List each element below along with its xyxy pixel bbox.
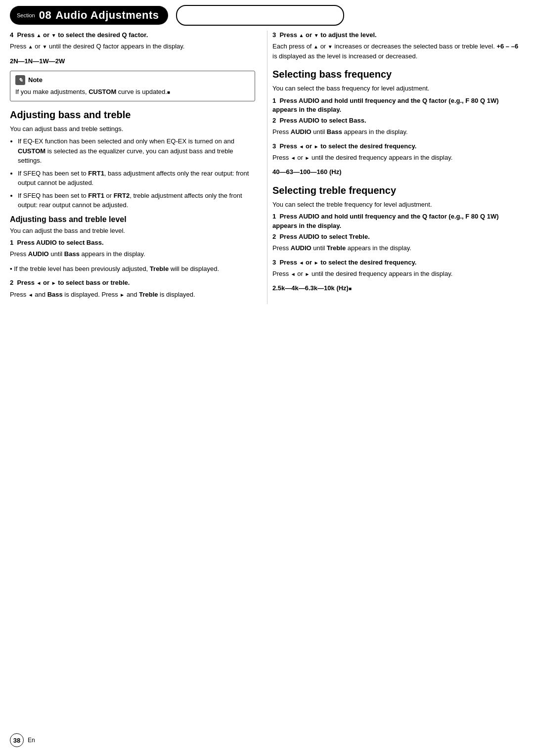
tri-down-icon2 [43,43,47,50]
tri-left-icon4 [291,154,296,161]
rstep2-heading: 2 Press AUDIO to select Bass. [272,116,524,125]
tri-up-icon [37,31,42,39]
rstep2-body: Press AUDIO until Bass appears in the di… [272,127,524,137]
lstep1-body: Press AUDIO until Bass appears in the di… [10,249,255,259]
tri-right-icon6 [305,270,310,277]
tri-right-icon [51,279,56,286]
note-label: Note [28,75,43,85]
footer: 38 En [10,733,35,747]
bullet-item-2: If SFEQ has been set to FRT1, bass adjus… [18,169,255,188]
step4-heading-text: to select the desired Q factor. [58,31,148,39]
tri-right-icon3 [314,142,319,150]
rstep3c-heading: 3 Press or to select the desired frequen… [272,258,524,267]
header-right-box [176,5,344,26]
bullet-list: If EQ-EX function has been selected and … [18,136,255,210]
rstep3c-body: Press or until the desired frequency app… [272,269,524,279]
note-icon: ✎ [15,75,25,85]
step4-heading: 4 Press or to select the desired Q facto… [10,31,255,40]
tri-left-icon5 [299,259,304,266]
rstep1b-heading: 1 Press AUDIO and hold until frequency a… [272,212,524,230]
lstep2-heading: 2 Press or to select bass or treble. [10,278,255,287]
sub1-intro: You can adjust the bass and treble level… [10,226,255,236]
rstep3c-sequence: 2.5k—4k—6.3k—10k (Hz) [272,283,524,293]
tri-up-icon2 [28,43,33,50]
rstep2b-heading: 2 Press AUDIO to select Treble. [272,232,524,241]
section2-title: Selecting bass frequency [272,68,524,81]
rstep3b-sequence: 40—63—100—160 (Hz) [272,167,524,177]
section2-intro: You can select the bass frequency for le… [272,84,524,93]
rstep3-body: Each press of or increases or decreases … [272,42,524,61]
rstep3b-body: Press or until the desired frequency app… [272,153,524,163]
tri-left-icon6 [291,270,296,277]
tri-up-icon4 [313,43,318,50]
section3-title: Selecting treble frequency [272,184,524,197]
rstep3-heading: 3 Press or to adjust the level. [272,31,524,40]
language-label: En [28,737,35,744]
rstep2b-body: Press AUDIO until Treble appears in the … [272,243,524,253]
section1-intro: You can adjust bass and treble settings. [10,124,255,134]
section3-intro: You can select the treble frequency for … [272,200,524,210]
stop-icon2 [349,284,352,292]
main-content: 4 Press or to select the desired Q facto… [0,26,534,314]
page-header: Section 08 Audio Adjustments [0,0,534,26]
rstep1-heading: 1 Press AUDIO and hold until frequency a… [272,96,524,114]
section-title: Audio Adjustments [55,9,159,22]
stop-icon [167,88,170,95]
tri-right-icon5 [314,259,319,266]
bullet-item-1: If EQ-EX function has been selected and … [18,136,255,166]
lstep1-note: ▪ If the treble level has been previousl… [10,264,255,274]
tri-left-icon [37,279,42,286]
tri-down-icon4 [328,43,333,50]
section-badge: Section 08 Audio Adjustments [10,6,168,25]
tri-right-icon2 [120,291,125,298]
sub1-title: Adjusting bass and treble level [10,215,255,224]
step4-sequence: 2N—1N—1W—2W [10,56,255,66]
step4-body: Press or until the desired Q factor appe… [10,42,255,51]
tri-down-icon3 [314,31,319,39]
lstep2-body: Press and Bass is displayed. Press and T… [10,290,255,300]
lstep1-heading: 1 Press AUDIO to select Bass. [10,238,255,247]
tri-left-icon2 [28,291,33,298]
note-body: If you make adjustments, CUSTOM curve is… [15,87,250,97]
tri-down-icon [51,31,56,39]
tri-up-icon3 [299,31,304,39]
section-number: 08 [39,9,51,22]
right-column: 3 Press or to adjust the level. Each pre… [267,31,524,304]
note-box: ✎ Note If you make adjustments, CUSTOM c… [10,71,255,101]
tri-right-icon4 [305,154,310,161]
rstep3b-heading: 3 Press or to select the desired frequen… [272,142,524,151]
section-label: Section [17,12,35,18]
note-header: ✎ Note [15,75,250,85]
bullet-item-3: If SFEQ has been set to FRT1 or FRT2, tr… [18,191,255,210]
tri-left-icon3 [299,142,304,150]
left-column: 4 Press or to select the desired Q facto… [10,31,267,304]
page-number: 38 [10,733,24,747]
section1-title: Adjusting bass and treble [10,108,255,121]
